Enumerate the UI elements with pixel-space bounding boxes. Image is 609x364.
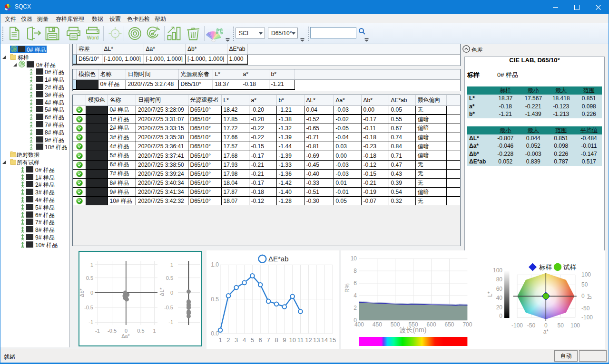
- svg-text:60: 60: [496, 286, 503, 292]
- svg-text:1: 1: [153, 328, 156, 334]
- svg-text:450: 450: [373, 321, 382, 328]
- svg-text:600: 600: [427, 321, 436, 328]
- svg-text:0.5: 0.5: [211, 296, 219, 303]
- svg-text:1: 1: [170, 262, 173, 268]
- svg-text:40: 40: [496, 295, 503, 301]
- svg-text:a*: a*: [543, 328, 549, 335]
- svg-text:8: 8: [275, 336, 278, 344]
- svg-text:R%: R%: [344, 283, 351, 293]
- svg-text:2: 2: [354, 305, 357, 311]
- svg-text:5: 5: [251, 336, 254, 344]
- svg-text:0.0: 0.0: [211, 330, 219, 337]
- svg-text:0: 0: [499, 313, 502, 319]
- svg-text:Word: Word: [87, 35, 99, 40]
- svg-text:15: 15: [329, 336, 336, 344]
- svg-text:7: 7: [266, 336, 270, 344]
- svg-text:0.5: 0.5: [166, 275, 173, 281]
- svg-text:波长(nm): 波长(nm): [400, 326, 427, 334]
- svg-text:1.0: 1.0: [211, 261, 219, 268]
- svg-text:标样: 标样: [539, 264, 552, 271]
- svg-text:ΔE*ab: ΔE*ab: [268, 255, 289, 263]
- svg-text:100: 100: [493, 267, 502, 274]
- svg-text:L*: L*: [487, 291, 493, 297]
- svg-text:-0.5: -0.5: [84, 305, 93, 310]
- svg-text:4: 4: [354, 292, 357, 299]
- svg-text:0.5: 0.5: [86, 275, 93, 281]
- svg-text:6: 6: [354, 280, 357, 287]
- svg-text:400: 400: [354, 321, 364, 328]
- svg-text:1: 1: [218, 336, 222, 344]
- svg-text:10: 10: [351, 255, 357, 262]
- svg-text:-0.5: -0.5: [164, 305, 173, 310]
- svg-text:Δa*: Δa*: [121, 333, 130, 339]
- svg-text:8: 8: [354, 268, 357, 274]
- svg-text:-1: -1: [88, 319, 93, 325]
- svg-text:3: 3: [235, 336, 238, 344]
- svg-text:-1: -1: [95, 328, 100, 334]
- svg-text:b*: b*: [586, 294, 593, 299]
- svg-text:试样: 试样: [563, 264, 577, 271]
- svg-text:-0.5: -0.5: [108, 328, 117, 334]
- svg-text:0: 0: [170, 290, 173, 296]
- svg-text:9: 9: [283, 336, 286, 344]
- svg-text:80: 80: [496, 276, 503, 283]
- svg-text:14: 14: [321, 336, 328, 344]
- svg-text:650: 650: [444, 321, 454, 328]
- svg-text:Δb*: Δb*: [79, 288, 85, 297]
- svg-text:0: 0: [90, 290, 93, 296]
- svg-text:20: 20: [496, 304, 503, 311]
- svg-text:13: 13: [313, 336, 320, 344]
- svg-text:1: 1: [90, 262, 93, 268]
- svg-text:4: 4: [243, 336, 246, 344]
- svg-text:0.5: 0.5: [137, 328, 144, 334]
- svg-text:11: 11: [297, 336, 304, 344]
- svg-text:ΔL*: ΔL*: [159, 287, 165, 296]
- svg-text:500: 500: [391, 321, 400, 328]
- svg-text:10: 10: [289, 336, 295, 344]
- svg-text:2: 2: [226, 336, 230, 344]
- svg-text:12: 12: [305, 336, 312, 344]
- svg-text:700: 700: [462, 321, 472, 328]
- svg-text:6: 6: [259, 336, 262, 344]
- svg-text:-1: -1: [168, 319, 173, 325]
